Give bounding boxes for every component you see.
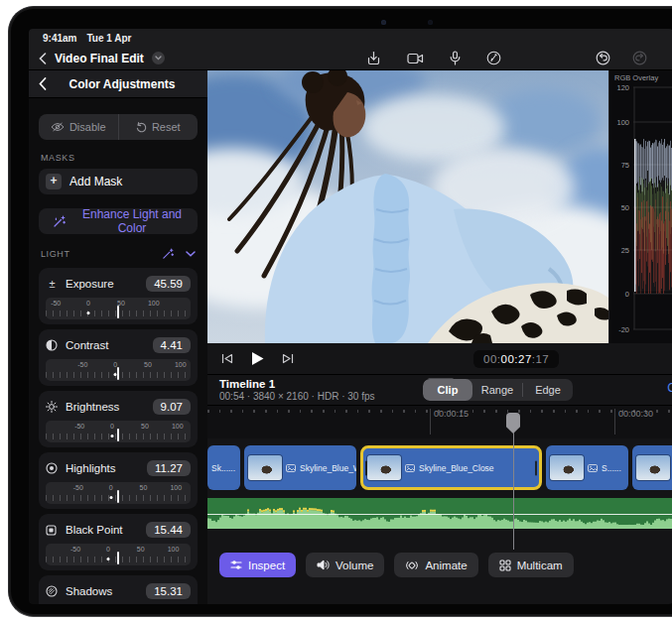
reset-icon: [136, 122, 147, 133]
ruler-tick-label: 50: [141, 423, 149, 430]
slider-name: Contrast: [66, 339, 146, 351]
front-camera: [381, 20, 386, 25]
audio-level-line[interactable]: [207, 514, 672, 515]
trim-handle-right[interactable]: [535, 460, 537, 475]
playhead-line: [513, 433, 515, 550]
slider-value[interactable]: 9.07: [153, 399, 191, 415]
slider-value[interactable]: 11.27: [147, 460, 191, 476]
clip[interactable]: [632, 445, 672, 490]
ruler-tick-label: 0: [86, 300, 90, 307]
slider-name: Shadows: [66, 585, 139, 597]
inspect-button[interactable]: Inspect: [219, 553, 296, 577]
clip-thumbnail: [550, 455, 584, 480]
timeline-ruler[interactable]: 00:00:15 00:00:30: [207, 405, 672, 438]
magic-wand-icon: [53, 215, 66, 228]
add-mask-button[interactable]: + Add Mask: [39, 169, 198, 194]
clip[interactable]: S......: [546, 445, 628, 490]
mode-edge-button[interactable]: Edge: [523, 379, 573, 401]
ruler-zero-dot: [109, 496, 112, 499]
reset-button[interactable]: Reset: [119, 114, 199, 140]
scope-waveform: [634, 135, 672, 294]
clip-name: S......: [602, 463, 621, 473]
disable-label: Disable: [69, 121, 106, 133]
slider-ruler[interactable]: -50050100: [46, 482, 191, 504]
panel-title: Color Adjustments: [47, 77, 198, 91]
audio-track[interactable]: [207, 498, 672, 529]
volume-label: Volume: [336, 559, 373, 571]
clip[interactable]: Sk......: [207, 445, 240, 490]
title-chevron-down-icon[interactable]: [152, 52, 165, 64]
eye-off-icon: [51, 122, 65, 132]
slider-value[interactable]: 4.41: [153, 337, 191, 353]
edit-mode-segment: Clip Range Edge: [423, 379, 573, 401]
slider-name: Black Point: [66, 524, 139, 536]
next-frame-button[interactable]: [282, 353, 294, 364]
add-mask-label: Add Mask: [69, 175, 122, 188]
scope-tick: 100: [609, 118, 629, 127]
ruler-tick-label: 100: [168, 546, 180, 553]
ipad-device: 9:41am Tue 1 Apr Video Final Edit: [8, 6, 672, 617]
scope-tick: -20: [609, 325, 629, 334]
scope-tick: 0: [609, 290, 629, 299]
ruler-tick-label: -50: [77, 361, 87, 368]
contrast-icon: [46, 339, 59, 351]
auto-enhance-icon[interactable]: [162, 248, 174, 260]
ruler-tick-label: -50: [74, 423, 84, 430]
clip[interactable]: Skyline_Blue_Wide: [244, 445, 356, 490]
ruler-zero-dot: [106, 558, 109, 560]
slider-shadows: Shadows 15.31 -50050100: [39, 575, 198, 604]
photo-icon: [405, 464, 415, 472]
animate-button[interactable]: Animate: [394, 553, 477, 577]
date: Tue 1 Apr: [86, 33, 131, 44]
clips-track: Sk...... Skyline_Blue_Wide: [207, 445, 672, 490]
clip-name: Skyline_Blue_Close: [419, 463, 494, 473]
clip-selected[interactable]: Skyline_Blue_Close: [360, 445, 542, 490]
slider-name: Highlights: [66, 462, 140, 474]
enhance-light-color-button[interactable]: Enhance Light and Color: [39, 208, 198, 234]
slider-ruler[interactable]: -50050100: [46, 544, 191, 565]
status-bar: 9:41am Tue 1 Apr: [29, 29, 672, 47]
brightness-icon: [46, 401, 59, 413]
panel-back-icon[interactable]: [39, 77, 47, 90]
ruler-tick-label: -50: [51, 300, 61, 307]
rgb-overlay-scope: RGB Overlay 120 100 75 50 25: [608, 70, 672, 343]
transport-bar: 00:00:27:17: [207, 343, 672, 375]
disable-reset-segment: Disable Reset: [39, 114, 198, 140]
color-adjustments-panel: Color Adjustments Disable: [29, 70, 207, 604]
volume-button[interactable]: Volume: [306, 553, 384, 577]
clock: 9:41am: [43, 33, 76, 44]
screen: 9:41am Tue 1 Apr Video Final Edit: [29, 29, 672, 604]
mode-range-button[interactable]: Range: [472, 379, 522, 401]
scope-tick: 120: [609, 83, 629, 92]
back-icon[interactable]: [39, 53, 47, 64]
mode-clip-button[interactable]: Clip: [423, 379, 472, 401]
ruler-tick-label: -50: [73, 484, 83, 491]
project-title[interactable]: Video Final Edit: [55, 52, 144, 65]
exposure-icon: ±: [46, 278, 59, 290]
slider-value[interactable]: 15.44: [146, 522, 191, 538]
slider-ruler[interactable]: -50050100: [46, 298, 191, 319]
ruler-zero-dot: [114, 373, 117, 376]
ruler-tick-label: 0: [110, 423, 114, 430]
play-button[interactable]: [251, 351, 264, 366]
pencil-circle-icon[interactable]: [486, 51, 501, 65]
trim-handle-left[interactable]: [365, 460, 367, 475]
slider-ruler[interactable]: -50050100: [46, 421, 191, 442]
plus-icon: +: [46, 174, 62, 189]
slider-ruler[interactable]: -50050100: [46, 359, 191, 381]
black-point-icon: [46, 525, 59, 536]
slider-value[interactable]: 15.31: [146, 583, 191, 599]
disable-button[interactable]: Disable: [39, 114, 119, 140]
video-camera-icon[interactable]: [407, 53, 424, 64]
undo-icon[interactable]: [596, 51, 610, 65]
slider-value[interactable]: 45.59: [146, 276, 191, 292]
collapse-chevron-icon[interactable]: [186, 248, 196, 260]
slider-black-point: Black Point 15.44 -50050100: [39, 514, 198, 570]
ruler-timestamp: 00:00:15: [434, 409, 469, 419]
multicam-label: Multicam: [517, 559, 563, 571]
microphone-icon[interactable]: [450, 51, 461, 65]
multicam-button[interactable]: Multicam: [488, 553, 574, 577]
clip-thumbnail: [636, 455, 670, 480]
previous-frame-button[interactable]: [221, 353, 233, 364]
import-icon[interactable]: [366, 51, 381, 65]
